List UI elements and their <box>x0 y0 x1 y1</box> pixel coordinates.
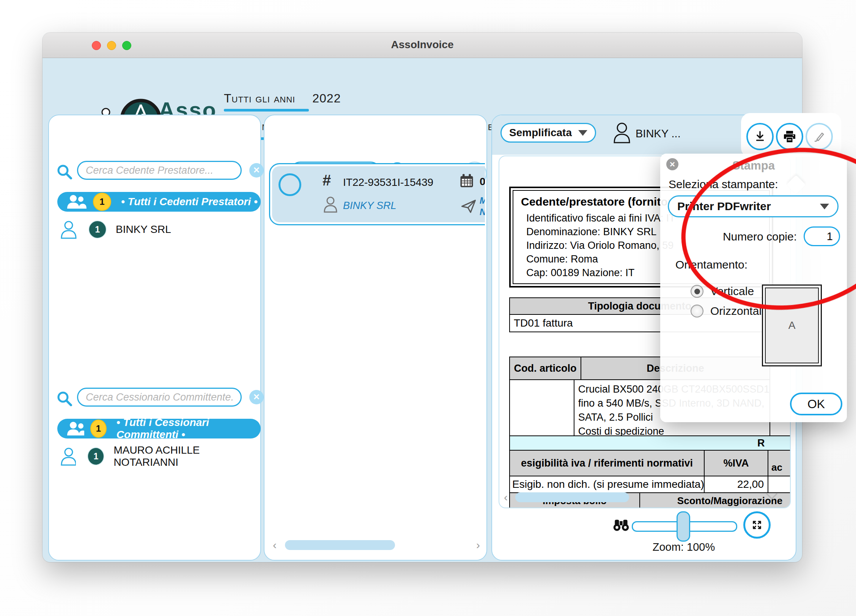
caret-down-icon <box>578 130 587 136</box>
list-item-cedente[interactable]: 1 BINKY SRL <box>60 218 258 240</box>
all-cessionari-label: • Tutti i Cessionari Committenti • <box>116 416 261 441</box>
radio-selected-icon <box>691 285 703 298</box>
print-popup: ✕ Stampa Seleziona stampante: Printer PD… <box>660 154 847 422</box>
copies-label: Numero copie: <box>706 230 797 243</box>
summary-row1-value: 22,00 <box>705 476 768 493</box>
invoice-list-item[interactable]: # IT22-93531I-15439 05 BINKY SRL <box>269 163 485 225</box>
binoculars-icon <box>612 518 630 532</box>
printer-select-label: Seleziona stampante: <box>669 178 778 191</box>
printer-value: Printer PDFwriter <box>677 200 771 213</box>
zoom-slider-thumb[interactable] <box>677 511 690 542</box>
popup-title: Stampa <box>660 159 847 173</box>
articles-code-cell <box>509 380 574 442</box>
printer-icon <box>783 130 796 143</box>
summary-col3-header-fragment: ac <box>768 451 791 476</box>
print-button[interactable] <box>776 123 803 150</box>
preview-subject: BINKY ... <box>636 127 681 140</box>
user-outline-icon <box>60 447 76 466</box>
radio-unselected-icon <box>691 305 703 317</box>
year-tabs: Tutti gli anni 2022 <box>224 91 341 105</box>
search-icon <box>56 163 73 181</box>
radio-orizzontale-label: Orizzontale <box>710 305 768 317</box>
invoice-number: IT22-93531I-15439 <box>343 176 433 189</box>
screen: AssoInvoice Asso Invoice Tutti gli anni … <box>0 0 856 616</box>
edit-button[interactable] <box>806 123 833 150</box>
user-outline-icon <box>323 196 338 213</box>
ok-button[interactable]: OK <box>790 393 842 415</box>
year-tab-underline <box>224 109 309 112</box>
search-icon <box>56 390 73 407</box>
list-scroll-left-icon[interactable]: ‹ <box>273 539 277 552</box>
preview-scroll-down-icon[interactable] <box>765 492 779 501</box>
paper-plane-icon <box>461 198 477 214</box>
count-badge: 1 <box>88 220 107 239</box>
summary-band-fragment: R <box>757 437 765 449</box>
fullscreen-button[interactable] <box>743 511 771 539</box>
radio-verticale-label: Verticale <box>710 285 754 298</box>
count-badge: 1 <box>90 420 107 438</box>
orientation-label: Orientamento: <box>675 258 747 271</box>
cedente-name: BINKY SRL <box>116 223 171 236</box>
radio-orizzontale[interactable]: Orizzontale <box>691 305 768 317</box>
calendar-icon <box>458 173 475 189</box>
expand-icon <box>751 519 763 531</box>
articles-col1-header: Cod. articolo <box>509 357 581 380</box>
user-outline-icon <box>60 220 77 239</box>
sidebar-item-all-cessionari[interactable]: 1 • Tutti i Cessionari Committenti • <box>57 419 261 438</box>
invoice-recipient-fragment-1: MA <box>480 195 485 206</box>
zoom-level-label: Zoom: 100% <box>629 541 739 553</box>
list-horizontal-scrollbar[interactable] <box>285 540 395 550</box>
parties-panel: ✕ 1 • Tutti i Cedenti Prestatori • 1 BIN… <box>48 115 261 561</box>
list-item-cessionario[interactable]: 1 MAURO ACHILLE NOTARIANNI <box>60 445 258 467</box>
cessionario-name: MAURO ACHILLE NOTARIANNI <box>113 444 258 468</box>
count-badge: 1 <box>87 447 104 465</box>
copies-input[interactable] <box>804 226 840 246</box>
users-icon <box>66 420 84 437</box>
invoice-sender: BINKY SRL <box>343 200 397 212</box>
search-cedente-input[interactable] <box>77 161 242 180</box>
clear-cedente-search-icon[interactable]: ✕ <box>249 163 264 178</box>
search-cessionario-input[interactable] <box>77 388 242 407</box>
view-mode-dropdown[interactable]: Semplificata <box>500 123 596 143</box>
download-button[interactable] <box>746 123 774 150</box>
all-cedenti-label: • Tutti i Cedenti Prestatori • <box>121 196 258 208</box>
clear-cessionario-search-icon[interactable]: ✕ <box>249 390 264 404</box>
preview-scroll-left-icon[interactable]: ‹ <box>504 491 508 504</box>
invoice-select-radio[interactable] <box>279 173 301 196</box>
download-icon <box>754 130 766 143</box>
summary-col1-header: esigibilità iva / riferimenti normativi <box>509 451 705 476</box>
summary-row1-text: Esigib. non dich. (si presume immediata) <box>509 476 705 493</box>
caret-down-icon <box>820 204 829 209</box>
tab-2022[interactable]: 2022 <box>312 91 341 105</box>
preview-horizontal-scrollbar[interactable] <box>515 492 629 502</box>
users-icon <box>66 193 87 210</box>
radio-verticale[interactable]: Verticale <box>691 285 754 298</box>
page-orientation-preview: A <box>762 284 822 366</box>
invoice-recipient-fragment-2: NO <box>480 207 485 217</box>
summary-col2-header: %IVA <box>705 451 768 476</box>
list-scroll-right-icon[interactable]: › <box>476 539 480 552</box>
hash-icon: # <box>323 172 331 189</box>
sidebar-item-all-cedenti[interactable]: 1 • Tutti i Cedenti Prestatori • <box>57 192 261 212</box>
invoice-date-fragment: 05 <box>480 176 485 188</box>
titlebar: AssoInvoice <box>42 33 802 58</box>
view-mode-value: Semplificata <box>509 127 572 139</box>
pen-icon <box>812 130 826 143</box>
printer-dropdown[interactable]: Printer PDFwriter <box>668 195 839 217</box>
user-outline-icon <box>613 122 631 143</box>
tab-tutti-gli-anni[interactable]: Tutti gli anni <box>224 91 295 105</box>
count-badge: 1 <box>93 193 111 211</box>
window-title: AssoInvoice <box>42 39 802 51</box>
app-window: AssoInvoice Asso Invoice Tutti gli anni … <box>42 33 802 562</box>
page-preview-letter: A <box>765 288 819 363</box>
